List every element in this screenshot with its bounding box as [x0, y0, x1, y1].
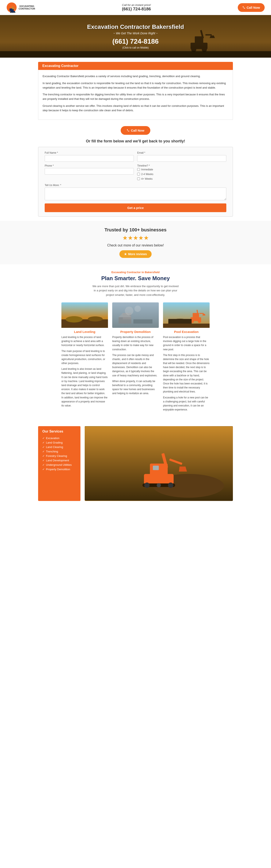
tell-us-label: Tell Us More: * [45, 184, 226, 187]
svg-point-37 [198, 319, 201, 323]
pool-excavation-title: Pool Excavation [163, 330, 210, 334]
header-call-now-label: Call Now [247, 6, 260, 9]
email-group: Email * [137, 151, 226, 162]
intro-para-1: Excavating Contractor Bakersfield provid… [42, 74, 229, 79]
service-card-pool-excavation: Pool Excavation Pool excavation is a pro… [163, 302, 210, 413]
service-item-property-demolition: Property Demolition [42, 467, 76, 471]
service-item-trenching: Trenching [42, 449, 76, 454]
logo: EXCAVATINGCONTRACTOR [6, 2, 35, 13]
pool-excavation-para-1: Pool excavation is a process that involv… [163, 335, 210, 351]
svg-point-52 [157, 483, 161, 487]
phone-label: Phone * [45, 164, 134, 167]
pool-excavation-image [163, 302, 210, 328]
form-heading: Or fill the form below and we'll get bac… [38, 139, 233, 144]
star-icon: ★ [124, 252, 127, 256]
services-grid: Land Leveling Land leveling is the proce… [34, 302, 237, 413]
form-row-1: Full Name * Email * [45, 151, 226, 162]
property-demolition-para-1: Property demolition is the process of te… [112, 335, 159, 351]
plan-heading: Plan Smarter. Save Money [4, 275, 267, 282]
call-now-button[interactable]: Call Now [121, 126, 150, 135]
call-now-center: Call Now [38, 126, 233, 135]
property-demolition-para-2: The process can be quite messy and chaot… [112, 353, 159, 378]
phone-icon-2 [127, 129, 130, 132]
land-leveling-title: Land Leveling [61, 330, 108, 334]
intro-section: Excavating Contractor Excavating Contrac… [34, 58, 237, 221]
svg-rect-40 [163, 323, 210, 328]
our-services-image [85, 426, 233, 501]
timeline-2-4-checkbox[interactable] [137, 173, 140, 176]
timeline-options: Immediate 2-4 Weeks 4+ Weeks [137, 168, 226, 181]
logo-text: EXCAVATINGCONTRACTOR [19, 5, 35, 10]
full-name-input[interactable] [45, 155, 134, 162]
service-item-land-clearing: Land Clearing [42, 445, 76, 449]
svg-marker-35 [202, 314, 205, 315]
site-header: EXCAVATINGCONTRACTOR Call for an instant… [0, 0, 271, 15]
svg-point-51 [168, 483, 173, 488]
more-reviews-label: More reviews [128, 252, 147, 256]
svg-point-28 [125, 307, 133, 315]
property-demolition-para-3: When done properly, it can actually be b… [112, 379, 159, 396]
phone-group: Phone * [45, 164, 134, 181]
more-reviews-button[interactable]: ★ More reviews [120, 250, 151, 258]
phone-icon [242, 6, 245, 9]
timeline-group: Timeline? * Immediate 2-4 Weeks 4+ Weeks [137, 164, 226, 181]
phone-input[interactable] [45, 168, 134, 175]
svg-point-29 [134, 306, 141, 312]
hero-click-to-call: (Click to call on Mobile) [87, 46, 184, 49]
timeline-immediate-checkbox[interactable] [137, 168, 140, 171]
call-now-label: Call Now [131, 129, 144, 132]
header-tagline: Call for an instant price! [122, 3, 151, 6]
service-item-forestry-clearing: Forestry Clearing [42, 454, 76, 458]
intro-para-2: In land grading, the excavation contract… [42, 81, 229, 90]
header-center: Call for an instant price! (661) 724-818… [122, 3, 151, 11]
svg-point-50 [144, 483, 149, 488]
tell-us-textarea[interactable] [45, 188, 226, 200]
land-leveling-para-3: Land leveling is also known as land flat… [61, 367, 108, 408]
reviews-stars: ★★★★★ [4, 235, 267, 241]
contact-form: Full Name * Email * Phone * Timeline? * … [38, 147, 233, 217]
timeline-4-plus-weeks[interactable]: 4+ Weeks [137, 177, 226, 180]
hero-content: Excavation Contractor Bakersfield ~ We G… [87, 24, 184, 49]
service-item-land-development: Land Development [42, 458, 76, 463]
our-services-list: Excavation Land Grading Land Clearing Tr… [42, 436, 76, 471]
service-item-land-grading: Land Grading [42, 440, 76, 445]
email-label: Email * [137, 151, 226, 154]
reviews-section: Trusted by 100+ businesses ★★★★★ Check o… [0, 221, 271, 264]
intro-banner: Excavating Contractor [38, 62, 233, 70]
email-input[interactable] [137, 155, 226, 162]
full-name-group: Full Name * [45, 151, 134, 162]
reviews-heading: Trusted by 100+ businesses [4, 227, 267, 233]
logo-icon [6, 2, 17, 13]
hero-phone[interactable]: (661) 724-8186 [87, 37, 184, 45]
pool-excavation-para-3: Excavating a hole for a new pool can be … [163, 396, 210, 412]
pool-excavation-para-2: The first step in this process is to det… [163, 353, 210, 394]
plan-description: We are more than just dirt. We embrace t… [91, 284, 180, 297]
get-price-button[interactable]: Get a price [45, 204, 226, 212]
our-services-section: Our Services Excavation Land Grading Lan… [34, 426, 237, 501]
hero-subtitle: ~ We Get The Work Done Right ~ [87, 32, 184, 35]
timeline-2-4-weeks[interactable]: 2-4 Weeks [137, 173, 226, 176]
reviews-subtext: Check out more of our reviews below! [4, 244, 267, 247]
timeline-4plus-checkbox[interactable] [137, 177, 140, 180]
header-call-now-button[interactable]: Call Now [238, 3, 265, 12]
svg-rect-34 [199, 313, 204, 314]
tell-us-group: Tell Us More: * [45, 184, 226, 201]
svg-rect-45 [153, 466, 159, 470]
property-demolition-image [112, 302, 159, 328]
service-card-property-demolition: Property Demolition Property demolition … [112, 302, 159, 413]
timeline-label: Timeline? * [137, 164, 226, 167]
land-leveling-image [61, 302, 108, 328]
svg-point-22 [88, 316, 103, 321]
timeline-immediate[interactable]: Immediate [137, 168, 226, 171]
our-services-box: Our Services Excavation Land Grading Lan… [38, 426, 80, 501]
land-leveling-para-2: The main purpose of land leveling is to … [61, 349, 108, 366]
svg-point-21 [66, 316, 82, 322]
land-leveling-para-1: Land leveling is the process of land gra… [61, 335, 108, 347]
intro-para-3: The trenching contractor is responsible … [42, 92, 229, 101]
property-demolition-title: Property Demolition [112, 330, 159, 334]
hero-section: Excavation Contractor Bakersfield ~ We G… [0, 15, 271, 58]
intro-content-box: Excavating Contractor Bakersfield provid… [38, 70, 233, 120]
service-card-land-leveling: Land Leveling Land leveling is the proce… [61, 302, 108, 413]
header-phone: (661) 724-8186 [122, 6, 151, 11]
plan-sub-label: Excavating Contractor in Bakersfield [4, 271, 267, 274]
